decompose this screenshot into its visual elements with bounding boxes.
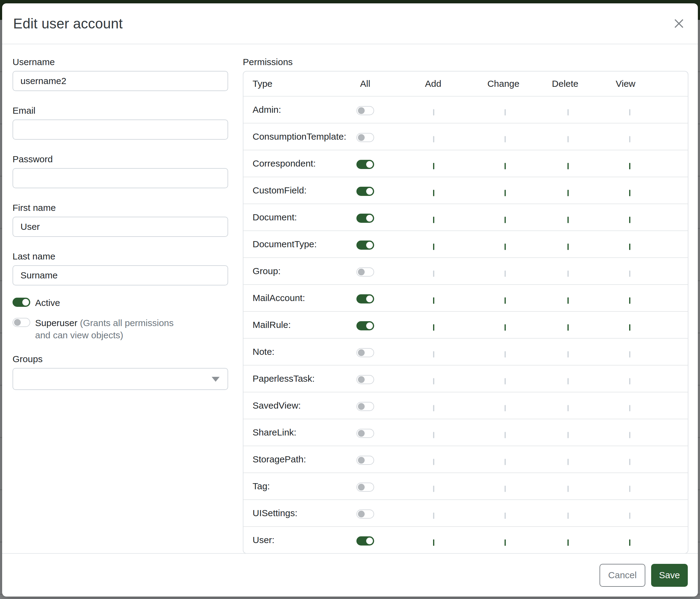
permission-change-checkbox[interactable] [504, 486, 506, 492]
first-name-input[interactable] [12, 217, 228, 237]
permission-delete-checkbox[interactable] [568, 190, 569, 196]
permission-add-checkbox[interactable] [433, 405, 434, 411]
permission-view-checkbox[interactable] [629, 405, 630, 411]
permission-delete-checkbox[interactable] [568, 378, 569, 384]
permission-add-checkbox[interactable] [433, 540, 434, 546]
permission-change-checkbox[interactable] [504, 324, 506, 331]
permission-change-checkbox[interactable] [504, 217, 506, 223]
permission-change-checkbox[interactable] [504, 540, 506, 546]
permission-delete-checkbox[interactable] [568, 459, 569, 465]
close-button[interactable] [672, 17, 686, 30]
permission-all-toggle[interactable] [356, 483, 374, 492]
permission-delete-checkbox[interactable] [568, 297, 569, 304]
permission-add-checkbox[interactable] [433, 244, 434, 250]
permission-all-toggle[interactable] [356, 429, 374, 438]
permission-view-checkbox[interactable] [629, 136, 630, 142]
permission-view-checkbox[interactable] [629, 109, 630, 116]
permission-change-checkbox[interactable] [504, 297, 506, 304]
permission-view-checkbox[interactable] [629, 486, 630, 492]
permission-delete-checkbox[interactable] [568, 512, 569, 519]
permission-all-toggle[interactable] [356, 160, 374, 169]
permission-add-checkbox[interactable] [433, 378, 434, 384]
permission-change-checkbox[interactable] [504, 270, 506, 277]
permission-change-checkbox[interactable] [504, 405, 506, 411]
permission-view-checkbox[interactable] [629, 378, 630, 384]
permission-change-checkbox[interactable] [504, 109, 506, 116]
cancel-button[interactable]: Cancel [600, 564, 645, 587]
permission-view-checkbox[interactable] [629, 540, 630, 546]
permission-all-toggle[interactable] [356, 106, 374, 115]
permission-all-toggle[interactable] [356, 509, 374, 519]
permission-change-checkbox[interactable] [504, 351, 506, 358]
permission-delete-checkbox[interactable] [568, 351, 569, 358]
permission-all-toggle[interactable] [356, 456, 374, 465]
permission-add-checkbox[interactable] [433, 351, 434, 358]
permission-delete-checkbox[interactable] [568, 405, 569, 411]
permission-all-toggle[interactable] [356, 402, 374, 411]
permission-add-checkbox[interactable] [433, 486, 434, 492]
permission-delete-checkbox[interactable] [568, 324, 569, 331]
username-input[interactable] [12, 71, 228, 91]
permission-add-checkbox[interactable] [433, 217, 434, 223]
permission-view-checkbox[interactable] [629, 432, 630, 438]
permission-view-checkbox[interactable] [629, 351, 630, 358]
permission-view-checkbox[interactable] [629, 190, 630, 196]
permission-add-checkbox[interactable] [433, 136, 434, 142]
permission-change-checkbox[interactable] [504, 244, 506, 250]
permission-add-checkbox[interactable] [433, 163, 434, 169]
permission-change-checkbox[interactable] [504, 163, 506, 169]
permission-change-checkbox[interactable] [504, 378, 506, 384]
check-icon [507, 541, 513, 547]
permission-add-checkbox[interactable] [433, 432, 434, 438]
permission-delete-checkbox[interactable] [568, 486, 569, 492]
permission-all-toggle[interactable] [356, 133, 374, 142]
permission-view-checkbox[interactable] [629, 270, 630, 277]
permission-view-checkbox[interactable] [629, 324, 630, 331]
permission-add-checkbox[interactable] [433, 459, 434, 465]
password-input[interactable] [12, 168, 228, 188]
permission-view-checkbox[interactable] [629, 217, 630, 223]
email-input[interactable] [12, 119, 228, 140]
groups-select[interactable] [12, 368, 228, 390]
permission-type-label: ShareLink: [253, 427, 296, 438]
permission-change-checkbox[interactable] [504, 136, 506, 142]
permission-all-toggle[interactable] [356, 267, 374, 277]
permission-change-checkbox[interactable] [504, 190, 506, 196]
permission-view-checkbox[interactable] [629, 297, 630, 304]
permission-all-toggle[interactable] [356, 294, 374, 304]
permission-all-toggle[interactable] [356, 241, 374, 250]
permission-delete-checkbox[interactable] [568, 540, 569, 546]
permission-add-checkbox[interactable] [433, 324, 434, 331]
permission-delete-checkbox[interactable] [568, 432, 569, 438]
permission-all-toggle[interactable] [356, 321, 374, 330]
permission-add-checkbox[interactable] [433, 109, 434, 116]
permission-delete-checkbox[interactable] [568, 163, 569, 169]
superuser-toggle[interactable] [12, 318, 30, 327]
last-name-input[interactable] [12, 265, 228, 285]
permission-delete-checkbox[interactable] [568, 109, 569, 116]
active-toggle[interactable] [12, 298, 30, 307]
permission-add-checkbox[interactable] [433, 512, 434, 519]
permission-add-checkbox[interactable] [433, 270, 434, 277]
permission-view-checkbox[interactable] [629, 244, 630, 250]
permission-all-toggle[interactable] [356, 375, 374, 384]
permission-view-checkbox[interactable] [629, 512, 630, 519]
permission-delete-checkbox[interactable] [568, 244, 569, 250]
permission-all-toggle[interactable] [356, 348, 374, 357]
permission-all-toggle[interactable] [356, 536, 374, 546]
permission-view-checkbox[interactable] [629, 459, 630, 465]
save-button[interactable]: Save [651, 564, 688, 587]
permission-delete-checkbox[interactable] [568, 270, 569, 277]
permission-change-checkbox[interactable] [504, 512, 506, 519]
permission-type-label: Correspondent: [253, 158, 316, 169]
permission-view-checkbox[interactable] [629, 163, 630, 169]
permission-change-checkbox[interactable] [504, 432, 506, 438]
permission-add-checkbox[interactable] [433, 190, 434, 196]
permission-all-toggle[interactable] [356, 214, 374, 223]
permission-delete-checkbox[interactable] [568, 217, 569, 223]
permission-all-toggle[interactable] [356, 187, 374, 196]
permission-row: Group: [243, 257, 688, 284]
permission-change-checkbox[interactable] [504, 459, 506, 465]
permission-delete-checkbox[interactable] [568, 136, 569, 142]
permission-add-checkbox[interactable] [433, 297, 434, 304]
